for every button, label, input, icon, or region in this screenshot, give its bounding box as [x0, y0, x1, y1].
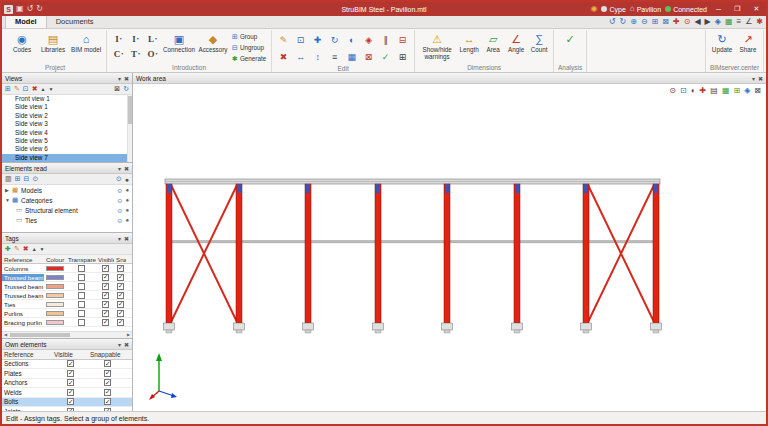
new-view-icon[interactable]: ⊞ — [5, 85, 11, 93]
visible-checkbox[interactable] — [67, 379, 74, 386]
view-list-item[interactable]: Side view 5 — [2, 137, 132, 145]
add-tag-icon[interactable]: ✚ — [5, 245, 11, 253]
tab-model[interactable]: Model — [5, 15, 47, 28]
tag-row-selected[interactable]: Trussed beam 1 — [2, 273, 132, 282]
own-element-row[interactable]: Anchors — [2, 379, 132, 389]
row-visibility-icon[interactable]: ⊙ — [117, 207, 122, 214]
edit-tag-icon[interactable]: ✎ — [14, 245, 20, 253]
tags-close-icon[interactable]: ✖ — [124, 235, 129, 242]
tag-colour-swatch[interactable] — [46, 275, 64, 280]
save-icon[interactable]: ▣ — [16, 4, 24, 14]
snappable-checkbox[interactable] — [117, 283, 124, 290]
transparent-checkbox[interactable] — [78, 310, 85, 317]
tag-colour-swatch[interactable] — [46, 311, 64, 316]
zoom-window-icon[interactable]: ⊞ — [652, 17, 659, 27]
visible-checkbox[interactable] — [67, 360, 74, 367]
settings-icon[interactable]: ✱ — [756, 17, 763, 27]
tag-row[interactable]: Purlins — [2, 309, 132, 318]
row-visibility-icon[interactable]: ⊙ — [117, 217, 122, 224]
angle-tool-button[interactable]: L▾ — [144, 31, 161, 46]
connection-badge[interactable]: Connected — [665, 6, 707, 13]
collapse-caret-icon[interactable]: ▼ — [5, 197, 12, 203]
tree-row-structural-element[interactable]: ▭ Structural element ⊙ ● — [2, 205, 132, 215]
scroll-left-icon[interactable]: ◀ — [2, 332, 9, 338]
column-tool-button[interactable]: I▾ — [127, 31, 144, 46]
row-visibility-icon[interactable]: ⊙ — [117, 187, 122, 194]
orbit-icon[interactable]: ⊙ — [684, 17, 691, 27]
next-view-icon[interactable]: ▶ — [705, 17, 711, 27]
connection-button[interactable]: ▣ Connection — [162, 31, 196, 53]
redo-view-icon[interactable]: ↻ — [620, 17, 627, 27]
view-list-item[interactable]: Side view 6 — [2, 145, 132, 153]
view-list-item[interactable]: Side view 1 — [2, 103, 132, 111]
tree-row-ties[interactable]: ▭ Ties ⊙ ● — [2, 215, 132, 225]
minimize-button[interactable]: ─ — [711, 3, 726, 15]
pan-icon[interactable]: ✚ — [673, 17, 680, 27]
snappable-checkbox[interactable] — [104, 398, 111, 405]
tag-colour-swatch[interactable] — [46, 266, 64, 271]
generate-button[interactable]: ✱ Generate — [230, 53, 268, 64]
row-snap-icon[interactable]: ● — [125, 197, 129, 204]
model-canvas[interactable]: ⊙ ⊡ ◐ ✚ ▤ ▦ ⊞ ◈ ⊠ — [133, 84, 766, 411]
filter-elements-icon[interactable]: ▥ — [5, 175, 12, 183]
visible-checkbox[interactable] — [102, 283, 109, 290]
view-list-item-selected[interactable]: Side view 7 — [2, 154, 132, 162]
stretch-icon[interactable]: ↕ — [315, 52, 320, 62]
detach-view-icon[interactable]: ⊠ — [114, 85, 120, 93]
tag-row[interactable]: Trussed beam 2 — [2, 282, 132, 291]
break-icon[interactable]: ⊠ — [365, 52, 373, 62]
close-button[interactable]: ✕ — [749, 3, 764, 15]
snappable-checkbox[interactable] — [117, 292, 124, 299]
tee-tool-button[interactable]: T▾ — [127, 46, 144, 61]
move-tag-down-icon[interactable]: ▼ — [40, 246, 45, 252]
codes-button[interactable]: ◉ Codes — [7, 31, 37, 53]
edit-icon[interactable]: ✎ — [280, 35, 288, 45]
snappable-checkbox[interactable] — [117, 301, 124, 308]
extend-icon[interactable]: ↔ — [296, 52, 305, 62]
visible-checkbox[interactable] — [67, 389, 74, 396]
delete-icon[interactable]: ✖ — [280, 52, 288, 62]
visible-checkbox[interactable] — [67, 408, 74, 411]
view-list-item[interactable]: Side view 4 — [2, 129, 132, 137]
move-view-down-icon[interactable]: ▼ — [48, 86, 53, 92]
work-area-close-icon[interactable]: ✖ — [758, 75, 763, 82]
beam-tool-button[interactable]: I▾ — [110, 31, 127, 46]
mirror-icon[interactable]: ◐ — [349, 35, 354, 45]
duplicate-view-icon[interactable]: ⊡ — [23, 85, 29, 93]
visible-checkbox[interactable] — [102, 274, 109, 281]
analysis-checks-button[interactable]: ✓ — [557, 31, 583, 46]
snappable-checkbox[interactable] — [117, 319, 124, 326]
tag-row[interactable]: Trussed beam 3 — [2, 291, 132, 300]
tag-colour-swatch[interactable] — [46, 284, 64, 289]
move-tag-up-icon[interactable]: ▲ — [32, 246, 37, 252]
zoom-extents-icon[interactable]: ⊠ — [662, 17, 669, 27]
work-area-collapse-icon[interactable]: ▾ — [752, 75, 755, 82]
transparent-checkbox[interactable] — [78, 301, 85, 308]
snappable-checkbox[interactable] — [104, 408, 111, 411]
own-element-row[interactable]: Sections — [2, 360, 132, 370]
visible-checkbox[interactable] — [102, 319, 109, 326]
grid-toggle-icon[interactable]: ▦ — [725, 17, 733, 27]
transparent-checkbox[interactable] — [78, 292, 85, 299]
area-button[interactable]: ▱ Area — [482, 31, 504, 53]
updates-icon[interactable]: ◉ — [590, 4, 597, 14]
transparent-checkbox[interactable] — [78, 274, 85, 281]
perspective-icon[interactable]: ◈ — [715, 17, 721, 27]
bim-model-button[interactable]: ⌂ BIM model — [69, 31, 103, 53]
views-close-icon[interactable]: ✖ — [124, 75, 129, 82]
edit-view-icon[interactable]: ✎ — [14, 85, 20, 93]
view-list-item[interactable]: Side view 3 — [2, 120, 132, 128]
visibility-column-icon[interactable]: ⊙ — [116, 175, 122, 183]
visible-checkbox[interactable] — [102, 301, 109, 308]
tags-collapse-icon[interactable]: ▾ — [118, 235, 121, 242]
refresh-views-icon[interactable]: ↻ — [123, 85, 129, 93]
undo-icon[interactable]: ↺ — [27, 4, 34, 14]
tag-colour-swatch[interactable] — [46, 320, 64, 325]
tag-row[interactable]: Ties — [2, 300, 132, 309]
snappable-checkbox[interactable] — [117, 265, 124, 272]
angle-button[interactable]: ∠ Angle — [505, 31, 527, 53]
trim-icon[interactable]: ⊟ — [399, 35, 407, 45]
elements-close-icon[interactable]: ✖ — [124, 165, 129, 172]
share-button[interactable]: ↗ Share — [736, 31, 760, 53]
rotate-icon[interactable]: ↻ — [331, 35, 339, 45]
